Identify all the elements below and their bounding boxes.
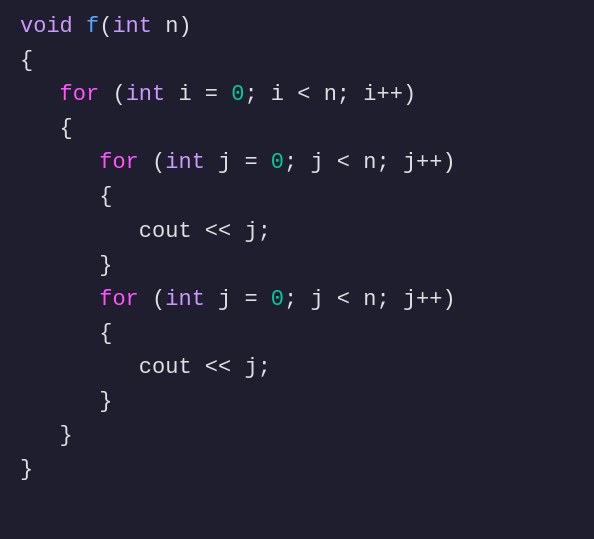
num-0-3: 0 — [271, 287, 284, 312]
keyword-int-4: int — [165, 287, 205, 312]
code-line-8: } — [20, 249, 574, 283]
function-name: f — [86, 14, 99, 39]
code-line-6: { — [20, 180, 574, 214]
code-line-4: { — [20, 112, 574, 146]
code-container: void f(int n) { for (int i = 0; i < n; i… — [0, 0, 594, 497]
keyword-for-1: for — [60, 82, 100, 107]
keyword-int-2: int — [126, 82, 166, 107]
code-line-11: cout << j; — [20, 351, 574, 385]
code-line-13: } — [20, 419, 574, 453]
keyword-int-3: int — [165, 150, 205, 175]
code-line-5: for (int j = 0; j < n; j++) — [20, 146, 574, 180]
keyword-int-1: int — [112, 14, 152, 39]
code-line-1: void f(int n) — [20, 10, 574, 44]
code-line-7: cout << j; — [20, 215, 574, 249]
num-0-1: 0 — [231, 82, 244, 107]
code-line-2: { — [20, 44, 574, 78]
keyword-for-2: for — [99, 150, 139, 175]
code-line-10: { — [20, 317, 574, 351]
code-line-12: } — [20, 385, 574, 419]
code-line-9: for (int j = 0; j < n; j++) — [20, 283, 574, 317]
keyword-void: void — [20, 14, 73, 39]
num-0-2: 0 — [271, 150, 284, 175]
keyword-for-3: for — [99, 287, 139, 312]
code-line-3: for (int i = 0; i < n; i++) — [20, 78, 574, 112]
code-line-14: } — [20, 453, 574, 487]
